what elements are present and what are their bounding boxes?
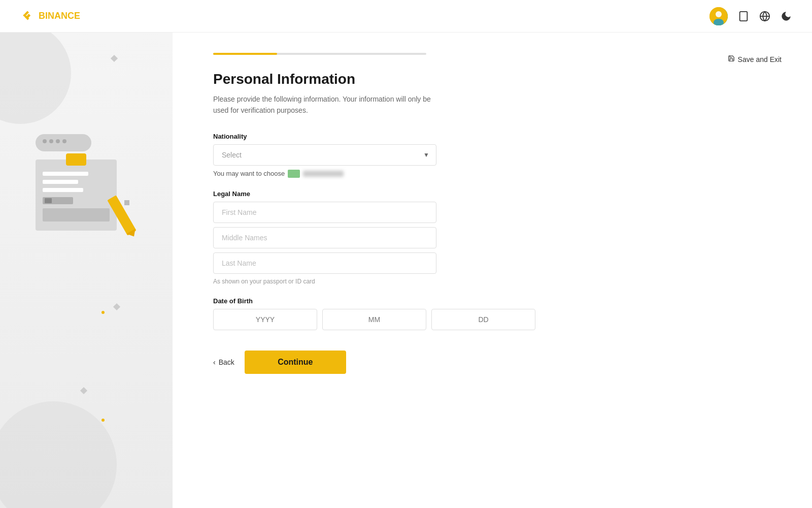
suggestion-text-blurred (303, 171, 344, 177)
first-name-input[interactable] (213, 202, 436, 223)
clipboard-clip (66, 153, 86, 166)
legal-name-label: Legal Name (213, 190, 436, 198)
pencil-icon (107, 195, 136, 235)
deco-diamond-3 (80, 387, 87, 394)
nationality-label: Nationality (213, 133, 436, 140)
last-name-input[interactable] (213, 252, 436, 274)
avatar-icon (709, 7, 728, 25)
deco-diamond-2 (113, 303, 120, 310)
save-exit-button[interactable]: Save and Exit (728, 55, 782, 64)
tablet-icon[interactable] (738, 11, 749, 22)
page-title: Personal Information (213, 71, 782, 87)
svg-rect-4 (740, 11, 748, 20)
deco-dot-2 (101, 419, 105, 422)
clipboard-rect-1 (43, 197, 73, 204)
deco-dot-1 (101, 311, 105, 314)
dob-day-input[interactable] (431, 309, 535, 330)
svg-point-1 (716, 11, 722, 17)
binance-logo-icon (20, 9, 35, 23)
suggestion-flag (288, 170, 300, 178)
clipboard-line-1 (43, 172, 88, 176)
clipboard-body (36, 160, 117, 231)
dob-year-input[interactable] (213, 309, 317, 330)
save-exit-label: Save and Exit (738, 55, 782, 64)
dob-label: Date of Birth (213, 297, 436, 305)
back-button[interactable]: ‹ Back (213, 358, 234, 366)
personal-info-form: Nationality Select ▼ You may want to cho… (213, 133, 436, 374)
back-arrow-icon: ‹ (213, 358, 216, 366)
logo-text: BINANCE (39, 11, 80, 21)
main-layout: Save and Exit Personal Information Pleas… (0, 33, 812, 508)
nationality-suggestion: You may want to choose (213, 170, 436, 178)
deco-circle-top (0, 33, 71, 124)
form-buttons: ‹ Back Continue (213, 351, 436, 374)
dob-month-input[interactable] (322, 309, 426, 330)
legal-name-hint: As shown on your passport or ID card (213, 278, 436, 285)
rect-inner (45, 198, 52, 203)
progress-bar-fill (213, 53, 277, 55)
deco-circle-bottom (0, 401, 117, 508)
nationality-select[interactable]: Select (213, 144, 436, 166)
header: BINANCE (0, 0, 812, 33)
moon-icon[interactable] (781, 11, 792, 22)
page-subtitle: Please provide the following information… (213, 93, 436, 116)
clipboard-line-3 (43, 188, 83, 192)
pill-card (36, 134, 91, 151)
dob-row (213, 309, 436, 330)
main-content: Save and Exit Personal Information Pleas… (173, 33, 812, 508)
user-avatar[interactable] (709, 7, 728, 25)
deco-diamond-1 (111, 55, 118, 62)
clipboard-line-2 (43, 180, 78, 184)
suggestion-prefix: You may want to choose (213, 170, 285, 177)
back-label: Back (219, 358, 234, 366)
kyc-illustration (25, 134, 137, 246)
nationality-select-wrapper: Select ▼ (213, 144, 436, 166)
save-exit-icon (728, 55, 735, 64)
illustration-panel (0, 33, 173, 508)
globe-icon[interactable] (759, 11, 770, 22)
progress-bar-container (213, 53, 426, 55)
continue-button[interactable]: Continue (245, 351, 346, 374)
logo[interactable]: BINANCE (20, 9, 80, 23)
header-right (709, 7, 792, 25)
middle-names-input[interactable] (213, 227, 436, 248)
clipboard-rect-2 (43, 208, 110, 221)
